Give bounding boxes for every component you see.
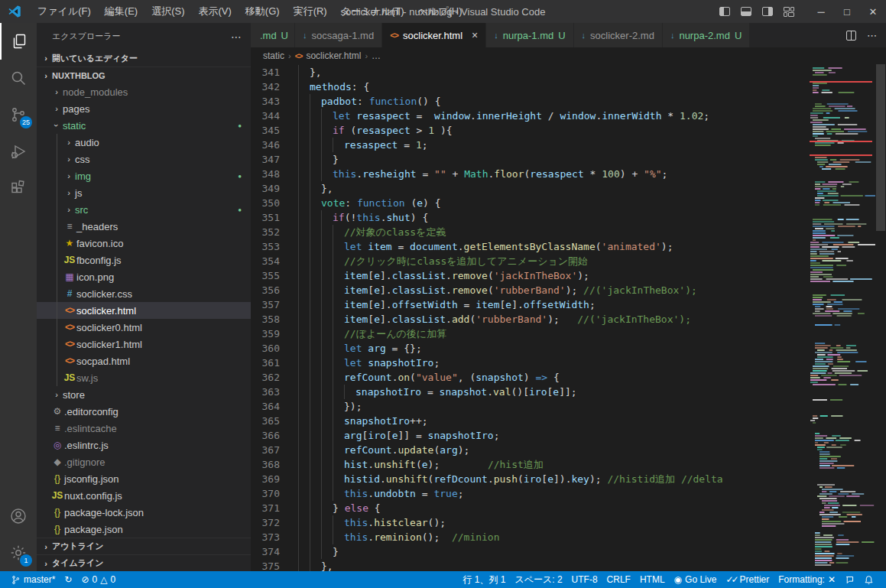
problems-item[interactable]: ⊘ 0 △ 0: [76, 571, 120, 588]
code-line[interactable]: 349},: [251, 181, 806, 196]
tree-item-src[interactable]: ›src●: [37, 201, 251, 218]
tree-item-soclicker.html[interactable]: <>soclicker.html: [37, 302, 251, 319]
tree-item-audio[interactable]: ›audio: [37, 134, 251, 151]
menu-item[interactable]: ターミナル(T): [334, 0, 411, 23]
code-line[interactable]: 342methods: {: [251, 80, 806, 94]
tree-item-_headers[interactable]: ≡_headers: [37, 218, 251, 235]
code-line[interactable]: 354//クリック時にclassを追加してアニメーション開始: [251, 254, 806, 268]
toggle-panel-icon[interactable]: [741, 7, 751, 16]
tree-item-soclicker1.html[interactable]: <>soclicker1.html: [37, 336, 251, 352]
menu-item[interactable]: 選択(S): [144, 0, 191, 23]
feedback-item[interactable]: [840, 571, 859, 588]
account-icon[interactable]: [0, 498, 37, 534]
tree-item-fbconfig.js[interactable]: JSfbconfig.js: [37, 252, 251, 268]
code-line[interactable]: 370this.undobtn = true;: [251, 486, 806, 501]
tree-item-store[interactable]: ›store: [37, 386, 251, 403]
explorer-icon[interactable]: [0, 23, 37, 60]
search-icon[interactable]: [0, 60, 37, 96]
tree-item-package.json[interactable]: {}package.json: [37, 521, 251, 538]
code-line[interactable]: 368hist.unshift(e); //hist追加: [251, 457, 806, 472]
breadcrumb-item[interactable]: static: [263, 50, 284, 61]
tree-item-sw.js[interactable]: JSsw.js: [37, 369, 251, 386]
code-line[interactable]: 358item[e].classList.add('rubberBand'); …: [251, 312, 806, 326]
outline-section[interactable]: › アウトライン: [37, 538, 251, 554]
cursor-position-item[interactable]: 行 1、列 1: [458, 571, 510, 588]
tree-item-nuxt.config.js[interactable]: JSnuxt.config.js: [37, 487, 251, 504]
toggle-sidebar-icon[interactable]: [719, 7, 730, 16]
code-line[interactable]: 347}: [251, 152, 806, 167]
breadcrumb[interactable]: static›<>soclicker.html›…: [251, 47, 886, 64]
code-line[interactable]: 356item[e].classList.remove('rubberBand'…: [251, 283, 806, 297]
code-line[interactable]: 359//ぼよーんの後に加算: [251, 326, 806, 341]
encoding-item[interactable]: UTF-8: [567, 571, 602, 588]
breadcrumb-item[interactable]: …: [372, 50, 381, 61]
prettier-item[interactable]: ✓✓ Prettier: [721, 571, 774, 588]
tree-item-static[interactable]: ›static●: [37, 117, 251, 134]
code-line[interactable]: 345if (resaspect > 1 ){: [251, 123, 806, 138]
explorer-more-actions-icon[interactable]: ⋯: [231, 31, 242, 43]
code-line[interactable]: 372this.histclear();: [251, 515, 806, 530]
code-line[interactable]: 341},: [251, 65, 806, 80]
toggle-secondary-sidebar-icon[interactable]: [762, 7, 773, 16]
menu-item[interactable]: ファイル(F): [31, 0, 98, 23]
code-line[interactable]: 373this.reminion(); //minion: [251, 530, 806, 544]
tree-item-js[interactable]: ›js: [37, 184, 251, 201]
menu-item[interactable]: ヘルプ(H): [411, 0, 469, 23]
editor-scrollbar[interactable]: [875, 64, 886, 571]
code-line[interactable]: 344let resaspect = window.innerHeight / …: [251, 109, 806, 123]
code-line[interactable]: 367refCount.update(arg);: [251, 443, 806, 457]
code-line[interactable]: 362refCount.on("value", (snapshot) => {: [251, 370, 806, 385]
tree-item-socpad.html[interactable]: <>socpad.html: [37, 352, 251, 369]
tree-item-css[interactable]: ›css: [37, 151, 251, 167]
language-mode-item[interactable]: HTML: [635, 571, 670, 588]
code-line[interactable]: 348this.resheight = "" + Math.floor(resa…: [251, 167, 806, 181]
code-line[interactable]: 369histid.unshift(refDcount.push(iro[e])…: [251, 472, 806, 486]
code-line[interactable]: 343padbot: function() {: [251, 94, 806, 109]
sync-item[interactable]: ↻: [60, 571, 76, 588]
code-line[interactable]: 366arg[iro[e]] = snapshotIro;: [251, 428, 806, 443]
code-line[interactable]: 375},: [251, 559, 806, 571]
tab-socsaga-1.md[interactable]: ↓socsaga-1.md: [295, 23, 382, 47]
timeline-section[interactable]: › タイムライン: [37, 554, 251, 571]
tab-nurpa-2.md[interactable]: ↓nurpa-2.mdU: [663, 23, 750, 47]
run-debug-icon[interactable]: [0, 133, 37, 170]
go-live-item[interactable]: ◉ Go Live: [670, 571, 722, 588]
tree-item-icon.png[interactable]: ▦icon.png: [37, 268, 251, 285]
code-line[interactable]: 355item[e].classList.remove('jackInTheBo…: [251, 268, 806, 283]
tree-item-pages[interactable]: ›pages: [37, 100, 251, 117]
tree-item-node_modules[interactable]: ›node_modules: [37, 83, 251, 100]
tab-soclicker.html[interactable]: <>soclicker.html×: [382, 23, 486, 47]
tree-item-package-lock.json[interactable]: {}package-lock.json: [37, 504, 251, 521]
tree-item-soclicker0.html[interactable]: <>soclicker0.html: [37, 319, 251, 336]
menu-item[interactable]: 移動(G): [239, 0, 287, 23]
tab-soclicker-2.md[interactable]: ↓soclicker-2.md: [574, 23, 663, 47]
code-line[interactable]: 352//対象のclassを定義: [251, 225, 806, 239]
menu-item[interactable]: 表示(V): [192, 0, 239, 23]
window-close-button[interactable]: ✕: [860, 0, 886, 23]
code-line[interactable]: 365snapshotIro++;: [251, 414, 806, 428]
code-line[interactable]: 361let snapshotIro;: [251, 356, 806, 370]
tree-item-.eslintcache[interactable]: ≡.eslintcache: [37, 420, 251, 437]
formatting-item[interactable]: Formatting: ✕: [774, 571, 840, 588]
code-line[interactable]: 363snapshotIro = snapshot.val()[iro[e]];: [251, 385, 806, 399]
tree-item-img[interactable]: ›img●: [37, 167, 251, 184]
source-control-icon[interactable]: 25: [0, 96, 37, 133]
minimap[interactable]: [806, 64, 875, 571]
editor[interactable]: 341},342methods: {343padbot: function() …: [251, 64, 886, 571]
tree-item-.eslintrc.js[interactable]: ◎.eslintrc.js: [37, 437, 251, 453]
code-line[interactable]: 360let arg = {};: [251, 341, 806, 356]
tree-item-jsconfig.json[interactable]: {}jsconfig.json: [37, 470, 251, 487]
code-line[interactable]: 374}: [251, 544, 806, 559]
code-line[interactable]: 351if(!this.shut) {: [251, 210, 806, 225]
tab-nurpa-1.md[interactable]: ↓nurpa-1.mdU: [486, 23, 573, 47]
window-maximize-button[interactable]: □: [834, 0, 860, 23]
git-branch-item[interactable]: master*: [6, 571, 60, 588]
code-line[interactable]: 364});: [251, 399, 806, 414]
extensions-icon[interactable]: [0, 170, 37, 206]
code-line[interactable]: 371} else {: [251, 501, 806, 515]
scrollbar-slider[interactable]: [876, 64, 885, 231]
code-line[interactable]: 350vote: function (e) {: [251, 196, 806, 210]
more-actions-icon[interactable]: ⋯: [867, 30, 877, 41]
menu-item[interactable]: 実行(R): [287, 0, 334, 23]
customize-layout-icon[interactable]: [784, 7, 794, 17]
